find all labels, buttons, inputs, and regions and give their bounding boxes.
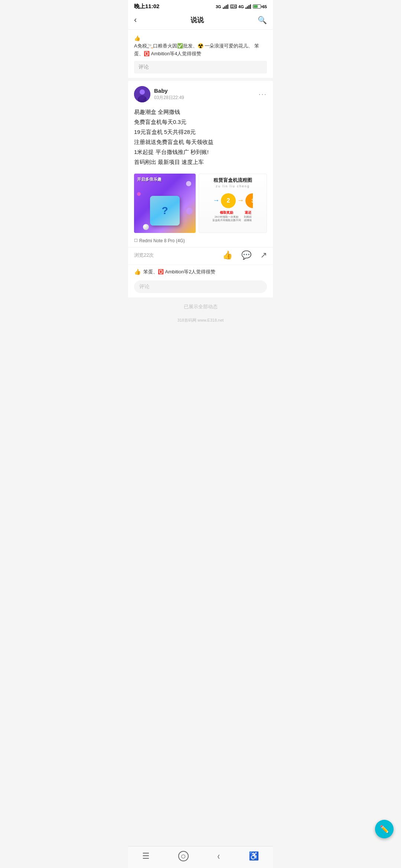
svg-rect-5	[247, 6, 248, 9]
deco-sphere-3	[186, 208, 193, 214]
post-username[interactable]: Baby	[154, 88, 258, 94]
more-options-button[interactable]: ···	[258, 90, 267, 98]
post-time: 03月28日22:49	[154, 95, 258, 101]
network-3g: 3G	[216, 4, 221, 9]
post-images: 开启多倍乐趣 ? 租赁盲盒机流程图 zu lin liu cheng →	[128, 171, 273, 236]
comment-placeholder: 评论	[139, 283, 150, 289]
svg-rect-1	[224, 6, 225, 9]
watermark: 318首码网 www.E318.net	[128, 316, 273, 349]
step-2-circle: 2	[221, 193, 236, 208]
flow-chart: → 2 → 3	[213, 193, 253, 208]
battery-indicator	[253, 4, 261, 9]
likes-thumb-icon: 👍	[134, 269, 141, 275]
signal-icon-2	[245, 4, 251, 9]
post-header: Baby 03月28日22:49 ···	[128, 81, 273, 105]
main-post-card: Baby 03月28日22:49 ··· 易趣潮盒 全网撒钱 免费盲盒机每天0.…	[128, 81, 273, 297]
comment-button[interactable]: 💬	[241, 250, 251, 260]
page-title: 说说	[190, 16, 204, 24]
hd-label: HD	[230, 4, 237, 9]
post-user-info: Baby 03月28日22:49	[154, 88, 258, 101]
view-count: 浏览22次	[134, 252, 222, 259]
svg-rect-7	[250, 4, 251, 9]
avatar[interactable]	[134, 86, 150, 102]
prev-comment-input[interactable]: 评论	[134, 61, 267, 73]
avatar-svg	[134, 86, 150, 102]
prev-post-likes: 👍 A免税🚬口粮香火因✅批发、☢️ 一朵浪漫可爱的花儿、 笨蛋、🅾️ Ambit…	[134, 34, 267, 58]
svg-rect-0	[223, 7, 224, 9]
like-thumb-icon: 👍	[134, 34, 140, 42]
share-button[interactable]: ↗	[260, 250, 267, 260]
avatar-image	[134, 86, 150, 102]
content-area: 👍 A免税🚬口粮香火因✅批发、☢️ 一朵浪漫可爱的花儿、 笨蛋、🅾️ Ambit…	[128, 30, 273, 349]
post-image-right: 租赁盲盒机流程图 zu lin liu cheng → 2 → 3 领取奖励	[199, 174, 267, 233]
like-button[interactable]: 👍	[222, 250, 232, 260]
arrow-icon-2: →	[237, 197, 244, 204]
search-button[interactable]: 🔍	[258, 16, 267, 24]
action-icons: 👍 💬 ↗	[222, 250, 267, 260]
svg-rect-2	[226, 5, 227, 9]
step-3-partial: 3	[245, 193, 253, 208]
prev-post-card: 👍 A免税🚬口粮香火因✅批发、☢️ 一朵浪漫可爱的花儿、 笨蛋、🅾️ Ambit…	[128, 30, 273, 81]
svg-rect-4	[245, 7, 247, 9]
svg-point-9	[140, 89, 145, 95]
post-text: 易趣潮盒 全网撒钱 免费盲盒机每天0.3元 19元盲盒机 5天共得28元 注册就…	[134, 107, 267, 167]
top-navigation: ‹ 说说 🔍	[128, 11, 273, 30]
signal-icon	[223, 4, 229, 9]
deco-sphere-1	[186, 181, 191, 186]
arrow-icon-1: →	[213, 197, 219, 204]
back-button[interactable]: ‹	[134, 15, 137, 25]
svg-rect-3	[227, 4, 228, 9]
status-bar: 晚上11:02 3G HD 4G 65	[128, 0, 273, 11]
network-4g: 4G	[238, 4, 244, 9]
all-shown-text: 已展示全部动态	[128, 297, 273, 316]
post-image-left: 开启多倍乐趣 ?	[134, 174, 196, 233]
mystery-box: ?	[150, 196, 180, 226]
battery-percent: 65	[263, 4, 267, 9]
step-labels: 领取奖励 24小时领取一次奖励 盲盒机不同领取次数不同 退还 到期后 或继续	[202, 210, 264, 222]
question-mark: ?	[162, 205, 168, 217]
post-body: 易趣潮盒 全网撒钱 免费盲盒机每天0.3元 19元盲盒机 5天共得28元 注册就…	[128, 105, 273, 171]
likes-section: 👍 笨蛋、🅾️ Ambition等2人觉得很赞	[128, 264, 273, 277]
status-icons: 3G HD 4G 65	[216, 4, 267, 9]
device-icon: ☐	[134, 238, 138, 243]
img-right-title: 租赁盲盒机流程图	[213, 177, 252, 184]
prev-post-likes-text: A免税🚬口粮香火因✅批发、☢️ 一朵浪漫可爱的花儿、 笨蛋、🅾️ Ambitio…	[134, 42, 267, 58]
likes-text: 笨蛋、🅾️ Ambition等2人觉得很赞	[143, 269, 215, 275]
device-name: Redmi Note 8 Pro (4G)	[139, 238, 185, 243]
comment-input[interactable]: 评论	[134, 280, 267, 293]
img-right-sub: zu lin liu cheng	[216, 184, 250, 188]
step-label-2: 退还 到期后 或继续	[242, 210, 254, 222]
deco-sphere-4	[143, 224, 149, 230]
status-time: 晚上11:02	[134, 3, 159, 10]
step-label-1: 领取奖励 24小时领取一次奖励 盲盒机不同领取次数不同	[212, 210, 241, 222]
img-left-text: 开启多倍乐趣	[137, 177, 162, 182]
battery-fill	[254, 5, 258, 8]
post-footer: 浏览22次 👍 💬 ↗	[128, 247, 273, 264]
device-label: ☐ Redmi Note 8 Pro (4G)	[128, 236, 273, 246]
deco-sphere-2	[137, 192, 141, 196]
svg-rect-6	[248, 5, 250, 9]
prev-comment-placeholder: 评论	[138, 64, 149, 70]
comment-area: 评论	[128, 277, 273, 297]
